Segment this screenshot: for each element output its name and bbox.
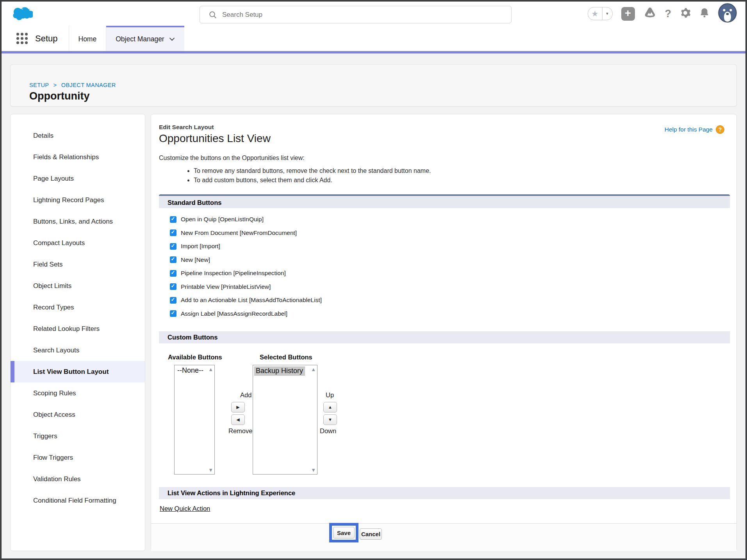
instruction-item: To add custom buttons, select them and c…	[194, 176, 730, 185]
sidebar-item-flow-triggers[interactable]: Flow Triggers	[11, 447, 145, 468]
remove-label: Remove	[228, 427, 252, 435]
scroll-down-icon[interactable]: ▼	[311, 467, 316, 473]
standard-button-row: Pipeline Inspection [PipelineInspection]	[170, 267, 730, 280]
tab-home[interactable]: Home	[69, 26, 106, 51]
sidebar-item-fields-relationships[interactable]: Fields & Relationships	[11, 146, 145, 168]
favorites-star-icon[interactable]: ★	[588, 7, 602, 20]
checkbox-pipeline-inspection[interactable]	[170, 270, 176, 277]
checkbox-open-in-quip[interactable]	[170, 216, 176, 223]
quick-create-plus-icon[interactable]: +	[621, 7, 635, 21]
trailhead-icon[interactable]	[644, 7, 656, 20]
save-button[interactable]: Save	[333, 527, 355, 539]
instruction-list: To remove any standard buttons, remove t…	[159, 166, 730, 185]
breadcrumb: SETUP > OBJECT MANAGER	[29, 82, 736, 88]
breadcrumb-card: SETUP > OBJECT MANAGER Opportunity	[10, 64, 737, 107]
standard-buttons-header: Standard Buttons	[159, 194, 730, 208]
move-down-button[interactable]: ▼	[323, 414, 337, 425]
app-window: Search Setup ★ ▼ + ?	[0, 0, 747, 560]
selected-option-backup-history[interactable]: Backup History	[254, 366, 305, 376]
standard-button-row: Printable View [PrintableListView]	[170, 280, 730, 294]
save-annotation-highlight: Save	[329, 523, 358, 542]
help-for-this-page-link[interactable]: Help for this Page	[665, 126, 713, 133]
setup-tab-bar: Setup Home Object Manager	[2, 26, 745, 53]
move-up-button[interactable]: ▲	[323, 402, 337, 412]
sidebar-item-record-types[interactable]: Record Types	[11, 297, 145, 318]
sidebar-item-details[interactable]: Details	[11, 125, 145, 146]
search-icon	[209, 11, 217, 19]
breadcrumb-setup-link[interactable]: SETUP	[29, 82, 49, 88]
app-name: Setup	[35, 34, 58, 44]
add-button[interactable]: ▶	[231, 402, 245, 412]
help-bubble-icon[interactable]: ?	[716, 125, 724, 134]
up-label: Up	[326, 391, 334, 399]
checkbox-import[interactable]	[170, 243, 176, 250]
scroll-up-icon[interactable]: ▲	[208, 366, 213, 372]
dual-listbox: Available Buttons Selected Buttons --Non…	[159, 343, 730, 487]
cancel-button[interactable]: Cancel	[360, 528, 382, 540]
available-buttons-listbox[interactable]: --None-- ▲ ▼	[174, 365, 215, 475]
remove-button[interactable]: ◀	[231, 414, 245, 425]
available-buttons-label: Available Buttons	[168, 354, 222, 361]
scroll-down-icon[interactable]: ▼	[208, 467, 213, 473]
selected-buttons-label: Selected Buttons	[260, 354, 312, 361]
instruction-item: To remove any standard buttons, remove t…	[194, 166, 730, 176]
standard-button-row: New From Document [NewFromDocument]	[170, 226, 730, 240]
notifications-bell-icon[interactable]	[699, 7, 710, 20]
scroll-up-icon[interactable]: ▲	[311, 366, 316, 372]
sidebar-item-field-sets[interactable]: Field Sets	[11, 254, 145, 275]
standard-button-row: Assign Label [MassAssignRecordLabel]	[170, 307, 730, 321]
checkbox-new[interactable]	[170, 256, 176, 263]
sidebar-item-conditional-field-formatting[interactable]: Conditional Field Formatting	[11, 490, 145, 511]
standard-button-row: Open in Quip [OpenListInQuip]	[170, 213, 730, 226]
object-title: Opportunity	[29, 90, 736, 102]
new-quick-action-link[interactable]: New Quick Action	[160, 505, 210, 512]
header-actions: ★ ▼ + ?	[588, 2, 737, 26]
salesforce-logo	[12, 7, 33, 22]
intro-text: Customize the buttons on the Opportuniti…	[159, 155, 730, 162]
chevron-down-icon	[169, 37, 175, 41]
checkbox-add-to-actionable-list[interactable]	[170, 297, 176, 304]
down-label: Down	[320, 427, 336, 435]
sidebar-item-triggers[interactable]: Triggers	[11, 425, 145, 447]
breadcrumb-object-manager-link[interactable]: OBJECT MANAGER	[61, 82, 116, 88]
panel-eyebrow: Edit Search Layout	[159, 124, 730, 131]
sidebar-item-search-layouts[interactable]: Search Layouts	[11, 340, 145, 361]
sidebar-item-validation-rules[interactable]: Validation Rules	[11, 468, 145, 490]
standard-button-row: Import [Import]	[170, 240, 730, 253]
standard-button-row: New [New]	[170, 253, 730, 267]
add-label: Add	[240, 391, 251, 399]
search-placeholder: Search Setup	[222, 11, 262, 19]
checkbox-new-from-document[interactable]	[170, 229, 176, 236]
sidebar-item-compact-layouts[interactable]: Compact Layouts	[11, 232, 145, 254]
checkbox-printable-view[interactable]	[170, 283, 176, 290]
selected-buttons-listbox[interactable]: Backup History ▲ ▼	[253, 365, 317, 475]
form-footer: Save Cancel	[151, 523, 736, 551]
custom-buttons-header: Custom Buttons	[159, 331, 730, 343]
breadcrumb-separator: >	[53, 82, 57, 88]
sidebar-item-object-limits[interactable]: Object Limits	[11, 275, 145, 297]
sidebar-item-list-view-button-layout[interactable]: List View Button Layout	[11, 361, 145, 382]
sidebar-item-lightning-record-pages[interactable]: Lightning Record Pages	[11, 189, 145, 211]
favorites-control[interactable]: ★ ▼	[588, 7, 613, 20]
edit-search-layout-panel: Help for this Page ? Edit Search Layout …	[151, 114, 737, 551]
user-avatar[interactable]	[718, 3, 737, 24]
setup-search[interactable]: Search Setup	[200, 6, 512, 23]
sidebar-item-buttons-links-actions[interactable]: Buttons, Links, and Actions	[11, 211, 145, 232]
checkbox-assign-label[interactable]	[170, 310, 176, 317]
sidebar-item-scoping-rules[interactable]: Scoping Rules	[11, 382, 145, 404]
app-launcher-icon[interactable]	[16, 33, 28, 44]
setup-gear-icon[interactable]	[680, 7, 691, 20]
panel-title: Opportunities List View	[159, 132, 730, 145]
standard-buttons-list: Open in Quip [OpenListInQuip] New From D…	[159, 208, 730, 323]
help-icon[interactable]: ?	[665, 8, 672, 20]
object-manager-sidebar: Details Fields & Relationships Page Layo…	[10, 114, 145, 551]
standard-button-row: Add to an Actionable List [MassAddToActi…	[170, 293, 730, 307]
tab-object-manager[interactable]: Object Manager	[106, 26, 184, 51]
page-body: SETUP > OBJECT MANAGER Opportunity Detai…	[2, 53, 745, 551]
sidebar-item-related-lookup-filters[interactable]: Related Lookup Filters	[11, 318, 145, 340]
global-header: Search Setup ★ ▼ + ?	[2, 2, 745, 26]
favorites-caret-icon[interactable]: ▼	[602, 7, 612, 20]
sidebar-item-page-layouts[interactable]: Page Layouts	[11, 168, 145, 189]
sidebar-item-object-access[interactable]: Object Access	[11, 404, 145, 425]
list-view-actions-header: List View Actions in Lightning Experienc…	[159, 487, 730, 499]
